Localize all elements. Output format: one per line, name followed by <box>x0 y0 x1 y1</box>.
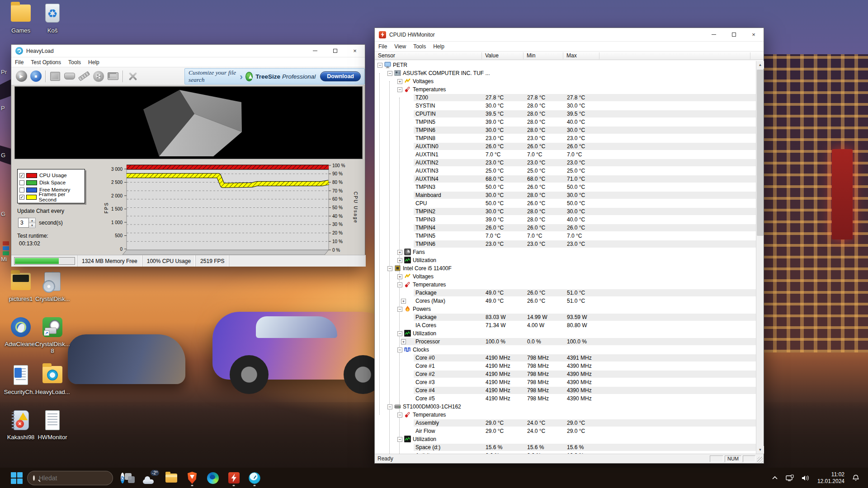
stop-test-button[interactable]: ■ <box>29 70 42 83</box>
heavyload-menu-test-options[interactable]: Test Options <box>27 59 65 66</box>
desktop-icon-securitych-[interactable]: SecurityCh... <box>4 364 38 395</box>
sensor-row[interactable]: CPU50.0 °C26.0 °C50.0 °C <box>375 199 756 207</box>
sensor-row[interactable]: −PETR <box>375 61 756 69</box>
clipped-icon-label[interactable]: G <box>1 211 5 217</box>
collapse-icon[interactable]: − <box>387 71 392 76</box>
sensor-row[interactable]: +Utilization <box>375 256 756 264</box>
clipped-icon-label[interactable]: G <box>1 152 5 159</box>
sensor-row[interactable]: Core #24190 MHz798 MHz4390 MHz <box>375 370 756 378</box>
hwmonitor-menu-help[interactable]: Help <box>429 43 448 50</box>
vertical-scrollbar[interactable]: ▲ ▼ <box>756 61 764 454</box>
close-button[interactable]: × <box>744 28 764 41</box>
collapse-icon[interactable]: − <box>397 331 402 336</box>
sensor-row[interactable]: +Voltages <box>375 77 756 85</box>
desktop-icon-heavyload-[interactable]: HeavyLoad... <box>35 364 70 395</box>
sensor-row[interactable]: TMPIN823.0 °C23.0 °C23.0 °C <box>375 134 756 142</box>
desktop-icon-games[interactable]: Games <box>4 3 38 34</box>
memory-stress-icon[interactable] <box>77 70 91 83</box>
collapse-icon[interactable]: − <box>397 413 402 418</box>
sensor-row[interactable]: TMPIN350.0 °C26.0 °C50.0 °C <box>375 183 756 191</box>
column-header-sensor[interactable]: Sensor <box>375 52 482 59</box>
start-button[interactable] <box>11 472 23 484</box>
sensor-row[interactable]: −Utilization <box>375 435 756 443</box>
collapse-icon[interactable]: − <box>397 437 402 442</box>
resize-grip[interactable] <box>757 457 763 463</box>
sensor-row[interactable]: +Cores (Max)49.0 °C26.0 °C51.0 °C <box>375 297 756 305</box>
hwmonitor-titlebar[interactable]: CPUID HWMonitor × <box>375 28 764 42</box>
cpu-stress-icon[interactable] <box>48 70 62 83</box>
desktop-icon-adwcleaner[interactable]: AdwCleaner <box>4 316 38 347</box>
stepper-down-icon[interactable]: ▼ <box>29 223 35 228</box>
heavyload-taskbar-button[interactable] <box>246 470 263 486</box>
close-button[interactable]: × <box>345 45 365 57</box>
collapse-icon[interactable]: − <box>397 87 402 92</box>
sensor-row[interactable]: Air Flow29.0 °C24.0 °C29.0 °C <box>375 427 756 435</box>
expand-icon[interactable]: + <box>397 274 402 279</box>
clipped-icon-label[interactable]: P <box>1 105 5 112</box>
sensor-row[interactable]: Mainboard30.0 °C28.0 °C30.0 °C <box>375 191 756 199</box>
notification-bell-icon[interactable] <box>851 474 860 482</box>
sensor-row[interactable]: −Temperatures <box>375 411 756 419</box>
gpu-stress-icon[interactable] <box>92 70 105 83</box>
expand-icon[interactable]: + <box>401 339 406 344</box>
sensor-row[interactable]: −Powers <box>375 305 756 313</box>
sensor-row[interactable]: Space (d:)15.6 %15.6 %15.6 % <box>375 443 756 451</box>
interval-value[interactable]: 3 <box>18 218 29 228</box>
legend-checkbox[interactable] <box>19 180 24 185</box>
stepper-up-icon[interactable]: ▲ <box>29 218 35 223</box>
heavyload-menu-tools[interactable]: Tools <box>65 59 85 66</box>
sensor-row[interactable]: +Fans <box>375 248 756 256</box>
sensor-row[interactable]: −ASUSTeK COMPUTER INC. TUF ... <box>375 69 756 77</box>
column-header-value[interactable]: Value <box>482 52 524 59</box>
sensor-row[interactable]: TMPIN230.0 °C28.0 °C30.0 °C <box>375 207 756 216</box>
expand-icon[interactable]: + <box>397 79 402 84</box>
treesize-window-icon[interactable] <box>106 70 120 83</box>
sensor-row[interactable]: −ST1000DM003-1CH162 <box>375 403 756 411</box>
clock[interactable]: 11:02 12.01.2024 <box>817 471 844 485</box>
sensor-row[interactable]: AUXTIN223.0 °C23.0 °C23.0 °C <box>375 159 756 167</box>
settings-tools-icon[interactable] <box>126 70 139 83</box>
heavyload-menu-help[interactable]: Help <box>85 59 103 66</box>
collapse-icon[interactable]: − <box>397 347 402 352</box>
heavyload-titlebar[interactable]: HeavyLoad × <box>11 45 365 57</box>
expand-icon[interactable]: + <box>401 299 406 304</box>
taskbar-search[interactable]: b <box>27 471 113 485</box>
update-interval-stepper[interactable]: 3 ▲▼ second(s) <box>18 218 63 228</box>
sensor-row[interactable]: TMPIN339.0 °C28.0 °C40.0 °C <box>375 216 756 224</box>
legend-checkbox[interactable] <box>19 188 24 192</box>
search-input[interactable] <box>39 474 121 482</box>
volume-icon[interactable] <box>801 474 811 482</box>
sensor-row[interactable]: Core #34190 MHz798 MHz4390 MHz <box>375 378 756 386</box>
desktop-icon-ko-[interactable]: ♻Koš <box>35 3 70 34</box>
heavyload-menu-file[interactable]: File <box>11 59 27 66</box>
sensor-row[interactable]: AUXTIN17.0 °C7.0 °C7.0 °C <box>375 150 756 159</box>
sensor-row[interactable]: +Processor100.0 %0.0 %100.0 % <box>375 338 756 346</box>
sensor-row[interactable]: −Intel Core i5 11400F <box>375 264 756 272</box>
hwmonitor-menu-tools[interactable]: Tools <box>410 43 429 50</box>
sensor-row[interactable]: Core #44190 MHz798 MHz4390 MHz <box>375 386 756 394</box>
sensor-row[interactable]: TZ0027.8 °C27.8 °C27.8 °C <box>375 94 756 102</box>
task-view-button[interactable] <box>122 470 138 486</box>
network-icon[interactable] <box>785 474 794 482</box>
collapse-icon[interactable]: − <box>387 404 392 409</box>
sensor-row[interactable]: −Clocks <box>375 346 756 354</box>
sensor-row[interactable]: IA Cores71.34 W4.00 W80.80 W <box>375 321 756 329</box>
sensor-row[interactable]: Package83.03 W14.99 W93.59 W <box>375 313 756 321</box>
sensor-row[interactable]: SYSTIN30.0 °C28.0 °C30.0 °C <box>375 102 756 110</box>
minimize-button[interactable] <box>305 45 325 57</box>
column-header-blank[interactable] <box>599 52 750 59</box>
sensor-row[interactable]: −Utilization <box>375 329 756 338</box>
expand-icon[interactable]: + <box>397 250 402 255</box>
sensor-row[interactable]: AUXTIN026.0 °C26.0 °C26.0 °C <box>375 142 756 150</box>
column-header-min[interactable]: Min <box>524 52 563 59</box>
weather-widget[interactable]: -2° <box>142 470 159 486</box>
sensor-row[interactable]: CPUTIN39.5 °C28.0 °C39.5 °C <box>375 110 756 118</box>
sensor-row[interactable]: AUXTIN468.0 °C68.0 °C71.0 °C <box>375 175 756 183</box>
collapse-icon[interactable]: − <box>377 63 382 68</box>
maximize-button[interactable] <box>325 45 345 57</box>
desktop-icon-hwmonitor[interactable]: HWMonitor <box>35 409 70 441</box>
hwmonitor-menu-view[interactable]: View <box>391 43 410 50</box>
desktop-icon-crystaldisk-8[interactable]: ↗CrystalDisk... 8 <box>35 316 70 354</box>
sensor-row[interactable]: TMPIN426.0 °C26.0 °C26.0 °C <box>375 224 756 232</box>
column-header-max[interactable]: Max <box>563 52 599 59</box>
